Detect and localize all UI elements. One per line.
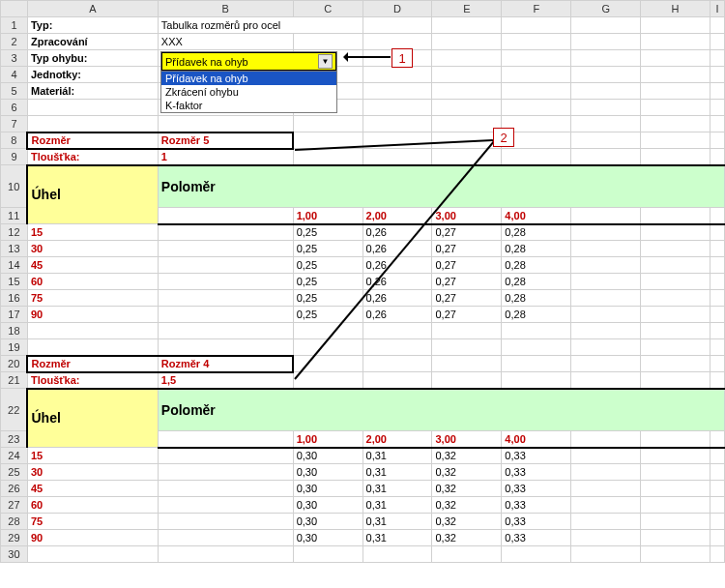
data-cell[interactable]: 0,33 <box>502 448 571 464</box>
data-cell[interactable]: 0,32 <box>432 497 502 514</box>
row-header[interactable]: 28 <box>1 514 28 530</box>
col-header[interactable]: F <box>502 1 571 17</box>
row-header[interactable]: 5 <box>1 83 28 100</box>
data-cell[interactable]: 0,27 <box>432 307 502 323</box>
data-cell[interactable]: 0,30 <box>293 514 362 530</box>
col-header[interactable]: D <box>362 1 432 17</box>
angle-cell[interactable]: 45 <box>27 481 158 497</box>
row-header[interactable]: 27 <box>1 497 28 514</box>
col-header[interactable]: B <box>158 1 293 17</box>
row-header[interactable]: 21 <box>1 372 28 389</box>
tloustka-value[interactable]: 1,5 <box>158 372 293 389</box>
data-cell[interactable]: 0,31 <box>362 497 432 514</box>
data-cell[interactable]: 0,26 <box>362 241 432 257</box>
data-cell[interactable]: 0,32 <box>432 448 502 464</box>
corner-cell[interactable] <box>1 1 28 17</box>
row-header[interactable]: 22 <box>1 389 28 431</box>
data-cell[interactable]: 0,31 <box>362 481 432 497</box>
col-header[interactable]: I <box>710 1 724 17</box>
row-header[interactable]: 12 <box>1 224 28 241</box>
data-cell[interactable]: 0,33 <box>502 497 571 514</box>
angle-cell[interactable]: 75 <box>27 290 158 307</box>
data-cell[interactable]: 0,25 <box>293 241 362 257</box>
row-header[interactable]: 16 <box>1 290 28 307</box>
data-cell[interactable]: 0,27 <box>432 290 502 307</box>
data-cell[interactable]: 0,25 <box>293 290 362 307</box>
row-header[interactable]: 19 <box>1 339 28 356</box>
row-header[interactable]: 4 <box>1 67 28 83</box>
data-cell[interactable]: 0,30 <box>293 481 362 497</box>
row-header[interactable]: 3 <box>1 50 28 67</box>
row-header[interactable]: 24 <box>1 448 28 464</box>
data-cell[interactable]: 0,26 <box>362 290 432 307</box>
data-cell[interactable]: 0,32 <box>432 514 502 530</box>
row-header[interactable]: 20 <box>1 356 28 372</box>
col-header[interactable]: C <box>293 1 362 17</box>
row-header[interactable]: 17 <box>1 307 28 323</box>
row-header[interactable]: 29 <box>1 530 28 546</box>
angle-cell[interactable]: 15 <box>27 448 158 464</box>
data-cell[interactable]: 0,33 <box>502 530 571 546</box>
data-cell[interactable]: 0,31 <box>362 448 432 464</box>
data-cell[interactable]: 0,28 <box>502 274 571 290</box>
angle-cell[interactable]: 15 <box>27 224 158 241</box>
data-cell[interactable]: 0,25 <box>293 224 362 241</box>
data-cell[interactable]: 0,28 <box>502 307 571 323</box>
typ-ohybu-dropdown[interactable]: Přídavek na ohyb ▼ Přídavek na ohyb Zkrá… <box>160 51 337 113</box>
data-cell[interactable]: 0,30 <box>293 464 362 481</box>
data-cell[interactable]: 0,27 <box>432 224 502 241</box>
data-cell[interactable]: 0,28 <box>502 241 571 257</box>
value-zpracovani[interactable]: XXX <box>158 34 293 50</box>
row-header[interactable]: 14 <box>1 257 28 274</box>
row-header[interactable]: 1 <box>1 17 28 34</box>
data-cell[interactable]: 0,30 <box>293 497 362 514</box>
col-header[interactable]: H <box>641 1 710 17</box>
data-cell[interactable]: 0,28 <box>502 290 571 307</box>
row-header[interactable]: 18 <box>1 323 28 339</box>
data-cell[interactable]: 0,28 <box>502 224 571 241</box>
dropdown-option[interactable]: K-faktor <box>161 99 336 112</box>
angle-cell[interactable]: 60 <box>27 497 158 514</box>
row-header[interactable]: 9 <box>1 149 28 165</box>
row-header[interactable]: 26 <box>1 481 28 497</box>
row-header[interactable]: 10 <box>1 165 28 208</box>
dropdown-selected[interactable]: Přídavek na ohyb ▼ <box>161 52 336 71</box>
row-header[interactable]: 8 <box>1 132 28 149</box>
data-cell[interactable]: 0,25 <box>293 274 362 290</box>
data-cell[interactable]: 0,32 <box>432 481 502 497</box>
rozmer5-value[interactable]: Rozměr 5 <box>158 132 293 149</box>
row-header[interactable]: 25 <box>1 464 28 481</box>
data-cell[interactable]: 0,33 <box>502 464 571 481</box>
data-cell[interactable]: 0,26 <box>362 274 432 290</box>
data-cell[interactable]: 0,30 <box>293 448 362 464</box>
data-cell[interactable]: 0,31 <box>362 514 432 530</box>
row-header[interactable]: 6 <box>1 100 28 116</box>
dropdown-option[interactable]: Přídavek na ohyb <box>161 72 336 85</box>
chevron-down-icon[interactable]: ▼ <box>318 54 333 69</box>
col-header[interactable]: A <box>27 1 158 17</box>
data-cell[interactable]: 0,25 <box>293 257 362 274</box>
data-cell[interactable]: 0,31 <box>362 464 432 481</box>
spreadsheet-grid[interactable]: A B C D E F G H I 1 Typ: Tabulka rozměrů… <box>0 0 725 563</box>
data-cell[interactable]: 0,26 <box>362 257 432 274</box>
data-cell[interactable]: 0,27 <box>432 274 502 290</box>
row-header[interactable]: 30 <box>1 546 28 563</box>
data-cell[interactable]: 0,30 <box>293 530 362 546</box>
row-header[interactable]: 11 <box>1 208 28 224</box>
data-cell[interactable]: 0,32 <box>432 464 502 481</box>
data-cell[interactable]: 0,25 <box>293 307 362 323</box>
data-cell[interactable]: 0,26 <box>362 307 432 323</box>
row-header[interactable]: 2 <box>1 34 28 50</box>
col-header[interactable]: E <box>432 1 502 17</box>
row-header[interactable]: 7 <box>1 116 28 132</box>
data-cell[interactable]: 0,33 <box>502 514 571 530</box>
angle-cell[interactable]: 90 <box>27 530 158 546</box>
angle-cell[interactable]: 30 <box>27 241 158 257</box>
col-header[interactable]: G <box>571 1 641 17</box>
row-header[interactable]: 23 <box>1 431 28 448</box>
dropdown-option[interactable]: Zkrácení ohybu <box>161 85 336 99</box>
data-cell[interactable]: 0,33 <box>502 481 571 497</box>
value-typ[interactable]: Tabulka rozměrů pro ocel <box>158 17 362 34</box>
angle-cell[interactable]: 90 <box>27 307 158 323</box>
data-cell[interactable]: 0,27 <box>432 257 502 274</box>
